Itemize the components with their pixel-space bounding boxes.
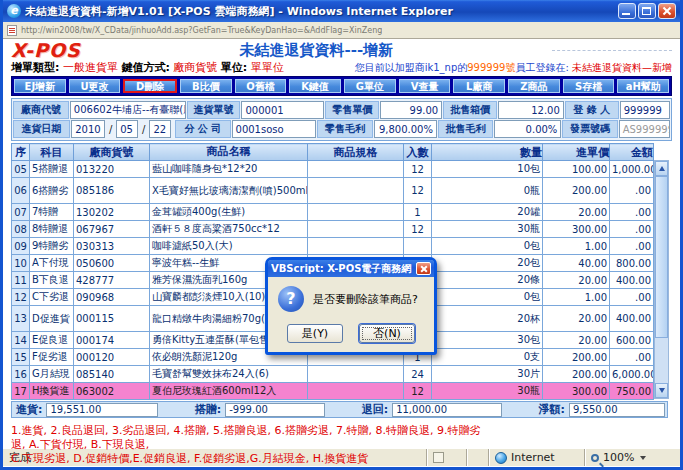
dialog-close-icon[interactable]: [416, 262, 431, 275]
cell-amount: .00: [610, 349, 654, 366]
close-icon[interactable]: [658, 3, 676, 19]
total-bonus-label: 搭贈:: [193, 402, 223, 417]
cell-cat: 5搭贈退: [30, 161, 74, 178]
cell-no: 06: [12, 178, 30, 204]
cell-cat: D促進貨: [30, 306, 74, 332]
cell-code: 130202: [74, 204, 150, 221]
toolbar-button-5[interactable]: O舊檔: [235, 79, 287, 93]
cell-code: 067967: [74, 221, 150, 238]
cell-price: 100.00: [543, 161, 610, 178]
box-price-field[interactable]: 12.00: [498, 101, 564, 119]
header-divider: [552, 50, 672, 51]
cell-cat: H換貨進: [30, 383, 74, 400]
column-header: 序: [12, 144, 30, 161]
table-row[interactable]: 055搭贈退013220藍山咖啡隨身包*12*201210包100.001,00…: [12, 161, 654, 178]
toolbar-button-4[interactable]: B比價: [180, 79, 232, 93]
minimize-icon[interactable]: [618, 3, 636, 19]
cell-code: 063002: [74, 383, 150, 400]
scroll-up-icon[interactable]: [655, 161, 668, 176]
yes-button[interactable]: 是(Y): [287, 324, 343, 343]
cell-name: 咖啡濾紙50入(大): [150, 238, 308, 255]
cell-price: 200.00: [543, 178, 610, 204]
dialog-buttons: 是(Y) 否(N): [268, 316, 434, 352]
invoice-field[interactable]: AS99999999: [619, 120, 670, 138]
toolbar: EJ增新U更改D刪除B比價O舊檔K鍵值G單位V查量L廠商Z商品S存檔aH幫助: [11, 76, 672, 96]
toolbar-button-2[interactable]: U更改: [69, 79, 121, 93]
cell-cat: E促良退: [30, 332, 74, 349]
total-purchase-label: 進貨:: [14, 402, 44, 417]
branch-field[interactable]: 0001soso: [232, 120, 317, 138]
cell-code: 000174: [74, 332, 150, 349]
cell-qty: 20條: [432, 272, 543, 289]
cell-no: 12: [12, 289, 30, 306]
order-no-field[interactable]: 000001: [241, 101, 324, 119]
box-margin-label: 批售毛利: [438, 120, 493, 138]
legend-line-2: 退, A.下貨付現, B.下現良退,: [11, 438, 672, 452]
toolbar-button-8[interactable]: V查量: [399, 79, 451, 93]
order-type-label: 增單類型:: [11, 61, 59, 74]
column-header: 入數: [404, 144, 432, 161]
toolbar-button-10[interactable]: Z商品: [508, 79, 560, 93]
invoice-label: 發票號碼: [562, 120, 617, 138]
table-row[interactable]: 077特贈130202金茸罐頭400g(生鮮)120罐20.00.00: [12, 204, 654, 221]
date-day-field[interactable]: 22: [149, 120, 171, 138]
scroll-down-icon[interactable]: [655, 383, 668, 398]
order-no-label: 進貨單號: [187, 101, 241, 119]
cell-cat: C下劣退: [30, 289, 74, 306]
cell-cat: 9特贈劣: [30, 238, 74, 255]
cell-no: 08: [12, 221, 30, 238]
table-row[interactable]: 066搭贈劣085186X毛寶好無比玻璃清潔劑(噴)500ml1120瓶200.…: [12, 178, 654, 204]
no-button[interactable]: 否(N): [359, 324, 415, 343]
login-info: 您目前以加盟商ik1_np的999999號員工登錄在: 未結進退貨資料—新增: [355, 61, 672, 75]
url-text: http://win2008/tw/X_CData/jinhuoAdd.asp?…: [21, 26, 382, 35]
cell-qty: 0包: [432, 289, 543, 306]
table-row[interactable]: 099特贈劣030313咖啡濾紙50入(大)0包1.00.00: [12, 238, 654, 255]
table-scrollbar[interactable]: [654, 160, 669, 399]
cell-spec: [308, 238, 404, 255]
cell-spec: [308, 221, 404, 238]
form-row-2: 進貨日期 2010 / 05 / 22 分 公 司 0001soso 零售毛利 …: [13, 120, 670, 138]
cell-code: 000120: [74, 349, 150, 366]
date-month-field[interactable]: 05: [116, 120, 138, 138]
cell-spec: [308, 178, 404, 204]
table-row[interactable]: 088特贈退067967酒軒５８度高粱酒750cc*121230瓶300.00.…: [12, 221, 654, 238]
form-row-1: 廠商代號 006602牛埔店--有臺聯(股 進貨單號 000001 零售單價 9…: [13, 101, 670, 119]
login-location: 未結進退貨資料—新增: [572, 62, 672, 73]
key-mode-label: 鍵值方式:: [121, 61, 169, 74]
cell-pack: 1: [404, 204, 432, 221]
operator-field[interactable]: 999999: [620, 101, 670, 119]
address-bar[interactable]: http://win2008/tw/X_CData/jinhuoAdd.asp?…: [3, 22, 680, 39]
cell-qty: 30片: [432, 366, 543, 383]
retail-price-field[interactable]: 99.00: [380, 101, 442, 119]
date-year-field[interactable]: 2010: [71, 120, 105, 138]
toolbar-button-9[interactable]: L廠商: [453, 79, 505, 93]
dialog-title-bar: VBScript: X-POS電子商務網: [268, 260, 434, 277]
cell-qty: 20罐: [432, 204, 543, 221]
toolbar-button-7[interactable]: G單位: [344, 79, 396, 93]
cell-price: 20.00: [543, 306, 610, 332]
retail-margin-field[interactable]: 9,800.00%: [374, 120, 437, 138]
box-margin-field[interactable]: 0.00%: [494, 120, 561, 138]
toolbar-button-1[interactable]: EJ增新: [14, 79, 66, 93]
toolbar-button-12[interactable]: aH幫助: [617, 79, 669, 93]
toolbar-button-3[interactable]: D刪除: [123, 79, 177, 93]
table-row[interactable]: 17H換貨進063002夏伯尼玫瑰紅酒600ml12入1230瓶300.0075…: [12, 383, 654, 400]
scroll-thumb[interactable]: [655, 176, 668, 338]
cell-price: 300.00: [543, 383, 610, 400]
table-row[interactable]: 16G月結現085140毛寶舒幫雙效抹布24入(6)2430片200.006,0…: [12, 366, 654, 383]
toolbar-button-6[interactable]: K鍵值: [289, 79, 341, 93]
cell-no: 17: [12, 383, 30, 400]
cell-amount: 800.00: [610, 255, 654, 272]
toolbar-button-11[interactable]: S存檔: [563, 79, 615, 93]
scroll-track[interactable]: [655, 338, 668, 383]
maximize-icon[interactable]: [638, 3, 656, 19]
cell-qty: 0支: [432, 349, 543, 366]
cell-code: 000115: [74, 306, 150, 332]
cell-cat: 8特贈退: [30, 221, 74, 238]
total-purchase-value: 19,551.00: [46, 403, 158, 417]
supplier-field[interactable]: 006602牛埔店--有臺聯(股: [70, 101, 186, 119]
cell-price: 40.00: [543, 255, 610, 272]
cell-amount: 400.00: [610, 306, 654, 332]
column-header: 數量: [432, 144, 543, 161]
column-header: 商品名稱: [150, 144, 308, 161]
